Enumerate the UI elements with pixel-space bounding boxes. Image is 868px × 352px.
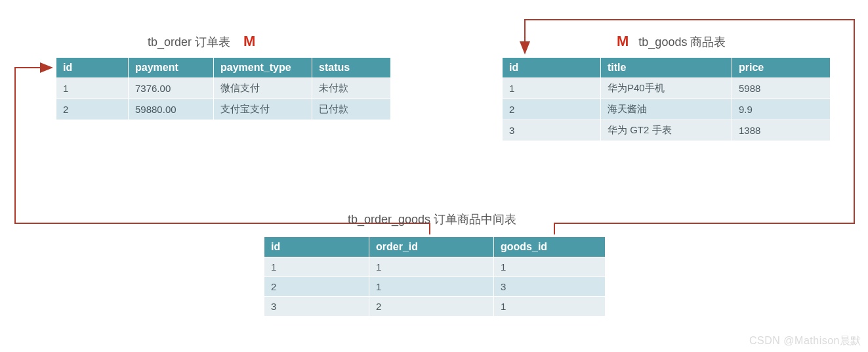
order-table-title-text: tb_order 订单表 [148, 35, 230, 49]
cell: 3 [503, 120, 601, 141]
cell: 1388 [732, 120, 831, 141]
cell: 华为 GT2 手表 [601, 120, 732, 141]
goods-table-title: M tb_goods 商品表 [617, 33, 726, 50]
order-table: id payment payment_type status 1 7376.00… [56, 57, 391, 120]
join-table-title: tb_order_goods 订单商品中间表 [348, 211, 516, 227]
order-table-head: id payment payment_type status [56, 58, 391, 78]
cell: 9.9 [732, 99, 831, 120]
table-row: 3 2 1 [264, 297, 606, 317]
cell: 2 [264, 277, 369, 297]
table-row: 1 1 1 [264, 257, 606, 277]
join-table-body: 1 1 1 2 1 3 3 2 1 [264, 257, 606, 317]
cell: 5988 [732, 78, 831, 99]
join-col-order-id: order_id [369, 237, 494, 257]
join-col-id: id [264, 237, 369, 257]
goods-col-id: id [503, 58, 601, 78]
goods-col-title: title [601, 58, 732, 78]
goods-table-title-text: tb_goods 商品表 [638, 35, 726, 49]
cell: 2 [56, 99, 129, 120]
join-table-head: id order_id goods_id [264, 237, 606, 257]
join-col-goods-id: goods_id [494, 237, 606, 257]
table-row: 2 1 3 [264, 277, 606, 297]
join-table: id order_id goods_id 1 1 1 2 1 3 3 2 1 [264, 236, 606, 317]
cell: 未付款 [312, 78, 391, 99]
cell: 已付款 [312, 99, 391, 120]
order-col-payment: payment [129, 58, 214, 78]
goods-table: id title price 1 华为P40手机 5988 2 海天酱油 9.9… [502, 57, 831, 141]
watermark: CSDN @Mathison晨默 [749, 334, 861, 348]
cell: 1 [503, 78, 601, 99]
goods-cardinality-marker: M [617, 33, 629, 49]
cell: 1 [369, 277, 494, 297]
order-table-body: 1 7376.00 微信支付 未付款 2 59880.00 支付宝支付 已付款 [56, 78, 391, 120]
goods-table-body: 1 华为P40手机 5988 2 海天酱油 9.9 3 华为 GT2 手表 13… [503, 78, 831, 141]
cell: 2 [369, 297, 494, 317]
table-row: 2 59880.00 支付宝支付 已付款 [56, 99, 391, 120]
order-cardinality-marker: M [243, 33, 255, 49]
cell: 微信支付 [214, 78, 312, 99]
order-table-title: tb_order 订单表 M [148, 33, 255, 50]
cell: 7376.00 [129, 78, 214, 99]
goods-col-price: price [732, 58, 831, 78]
order-col-status: status [312, 58, 391, 78]
table-row: 1 7376.00 微信支付 未付款 [56, 78, 391, 99]
order-col-payment-type: payment_type [214, 58, 312, 78]
cell: 华为P40手机 [601, 78, 732, 99]
cell: 海天酱油 [601, 99, 732, 120]
order-col-id: id [56, 58, 129, 78]
goods-table-head: id title price [503, 58, 831, 78]
join-table-title-text: tb_order_goods 订单商品中间表 [348, 213, 516, 226]
table-row: 2 海天酱油 9.9 [503, 99, 831, 120]
cell: 1 [494, 257, 606, 277]
cell: 1 [494, 297, 606, 317]
cell: 3 [264, 297, 369, 317]
cell: 1 [56, 78, 129, 99]
cell: 59880.00 [129, 99, 214, 120]
table-row: 1 华为P40手机 5988 [503, 78, 831, 99]
cell: 1 [264, 257, 369, 277]
cell: 支付宝支付 [214, 99, 312, 120]
cell: 1 [369, 257, 494, 277]
cell: 3 [494, 277, 606, 297]
table-row: 3 华为 GT2 手表 1388 [503, 120, 831, 141]
cell: 2 [503, 99, 601, 120]
